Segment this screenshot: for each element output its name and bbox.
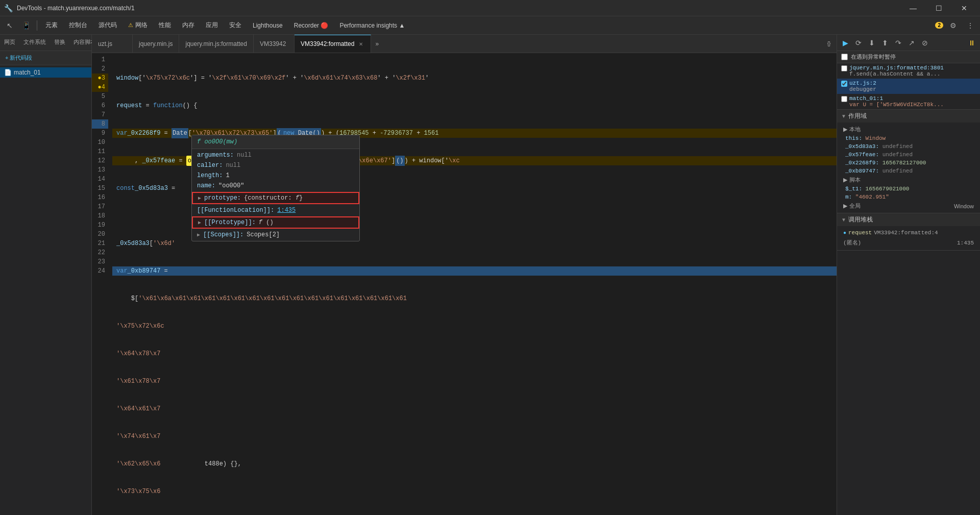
step-over-button[interactable]: ⟳ xyxy=(852,37,865,49)
close-button[interactable]: ✕ xyxy=(952,0,976,16)
tooltip-key-functionlocation: [[FunctionLocation]]: xyxy=(197,207,274,214)
pause-exceptions-checkbox[interactable] xyxy=(841,54,848,60)
scope-header[interactable]: ▼ 作用域 xyxy=(837,110,980,122)
tab-filesystem[interactable]: 文件系统 xyxy=(19,35,50,51)
file-name: match_01 xyxy=(14,69,41,76)
scope-b89747-val: undefined xyxy=(883,168,913,174)
tab-vm33942-formatted[interactable]: VM33942:formatted ✕ xyxy=(295,35,371,53)
tab-close-vm33942[interactable]: ✕ xyxy=(357,41,364,47)
global-scope-label: 全局 xyxy=(849,202,861,210)
step-out-button[interactable]: ⬆ xyxy=(879,37,891,49)
tooltip-row-prototype2[interactable]: ▶ [[Prototype]]: f () xyxy=(192,216,359,229)
maximize-button[interactable]: ☐ xyxy=(927,0,950,16)
tooltip-row-prototype[interactable]: ▶ prototype: {constructor: f} xyxy=(192,192,359,204)
expand-proto2-icon[interactable]: ▶ xyxy=(198,219,201,226)
bp-uzt-checkbox[interactable] xyxy=(841,81,847,87)
menu-lighthouse[interactable]: Lighthouse xyxy=(248,18,288,33)
inspect-element-button[interactable]: ↖ xyxy=(2,18,17,33)
callstack-item-request[interactable]: ● request VM33942:formatted:4 xyxy=(837,228,980,237)
settings-button[interactable]: ⚙ xyxy=(945,18,961,33)
menu-application[interactable]: 应用 xyxy=(201,18,223,33)
line-num-5: 5 xyxy=(92,92,108,101)
tab-jquery-min[interactable]: jquery.min.js xyxy=(133,35,179,53)
menu-console[interactable]: 控制台 xyxy=(64,18,92,33)
pause-button[interactable]: ⏸ xyxy=(966,37,978,49)
bp-jquery-checkbox[interactable] xyxy=(841,65,847,71)
code-line-8: var _0xb89747 = xyxy=(112,266,837,276)
resume-button[interactable]: ▶ xyxy=(839,37,851,49)
line-num-6: 6 xyxy=(92,101,108,110)
menu-recorder[interactable]: Recorder 🔴 xyxy=(289,18,334,33)
breakpoints-button[interactable]: ⊘ xyxy=(919,37,931,49)
file-item-match01[interactable]: 📄 match_01 xyxy=(0,67,91,78)
minimize-button[interactable]: — xyxy=(901,0,925,16)
code-content[interactable]: window['\x75\x72\x6c'] = '\x2f\x61\x70\x… xyxy=(112,53,837,515)
expand-scopes-icon[interactable]: ▶ xyxy=(197,232,200,238)
step-into-button[interactable]: ⬇ xyxy=(866,37,878,49)
bp-item-uzt[interactable]: uzt.js:2 debugger xyxy=(837,79,980,94)
tab-jquery-formatted[interactable]: jquery.min.js:formatted xyxy=(179,35,254,53)
menu-sources[interactable]: 源代码 xyxy=(93,18,122,33)
callstack-header[interactable]: ▼ 调用堆栈 xyxy=(837,213,980,226)
bp-item-jquery[interactable]: jquery.min.js:formatted:3801 f.send(a.ha… xyxy=(837,63,980,79)
tooltip-key-name: name: xyxy=(197,182,215,189)
step-button[interactable]: ↷ xyxy=(892,37,904,49)
line-num-22: 22 xyxy=(92,248,108,257)
tooltip-row-caller[interactable]: caller: null xyxy=(192,160,359,170)
scope-5d83a3-key: _0x5d83a3: xyxy=(845,143,883,150)
menu-network[interactable]: ⚠ 网络 xyxy=(123,18,153,33)
tooltip-row-length[interactable]: length: 1 xyxy=(192,170,359,181)
more-menu-button[interactable]: ⋮ xyxy=(963,18,978,33)
bp-match01-file: match_01:1 xyxy=(849,95,944,102)
global-scope-header[interactable]: ▶ 全局 Window xyxy=(837,201,980,211)
script-scope-arrow: ▶ xyxy=(843,177,847,183)
local-scope-header[interactable]: ▶ 本地 xyxy=(837,125,980,134)
tab-vm33942[interactable]: VM33942 xyxy=(254,35,295,53)
script-scope-header[interactable]: ▶ 脚本 xyxy=(837,175,980,185)
expand-prototype-icon[interactable]: ▶ xyxy=(198,195,201,201)
bp-match01-code: var U = ['W5r5W6VdIHZcT8k... xyxy=(849,102,944,108)
callstack-arrow-icon: ● xyxy=(843,230,846,236)
bp-match01-info: match_01:1 var U = ['W5r5W6VdIHZcT8k... xyxy=(849,95,944,108)
scope-this-val: Window xyxy=(866,135,886,141)
window-title: DevTools - match.yuanrenxue.com/match/1 xyxy=(17,5,135,12)
menubar: ↖ 📱 元素 控制台 源代码 ⚠ 网络 性能 内存 应用 安全 Lighthou… xyxy=(0,16,980,35)
center-panel: uzt.js jquery.min.js jquery.min.js:forma… xyxy=(92,35,837,515)
scope-title: 作用域 xyxy=(848,112,867,120)
tab-uzt-js[interactable]: uzt.js xyxy=(92,35,133,53)
scope-b89747: _0xb89747: undefined xyxy=(837,167,980,175)
bp-match01-checkbox[interactable] xyxy=(841,96,847,102)
tooltip-row-functionlocation[interactable]: [[FunctionLocation]]: 1:435 xyxy=(192,205,359,215)
menu-performance[interactable]: 性能 xyxy=(154,18,176,33)
tab-webpage[interactable]: 网页 xyxy=(0,35,19,51)
device-toolbar-button[interactable]: 📱 xyxy=(18,18,34,33)
line-num-3: ●3 xyxy=(92,73,108,83)
scope-body: ▶ 本地 this: Window _0x5d83a3: undefined xyxy=(837,122,980,213)
menu-elements[interactable]: 元素 xyxy=(40,18,63,33)
line-num-15: 15 xyxy=(92,184,108,193)
editor-format-button[interactable]: {} xyxy=(823,38,835,50)
bp-jquery-code: f.send(a.hasContent && a... xyxy=(849,71,944,77)
callstack-item-anon[interactable]: (匿名) 1:435 xyxy=(837,237,980,248)
scope-5d83a3-val: undefined xyxy=(883,143,913,150)
menu-security[interactable]: 安全 xyxy=(224,18,247,33)
line-num-2: 2 xyxy=(92,64,108,73)
scope-b89747-key: _0xb89747: xyxy=(845,168,883,174)
tooltip-row-scopes[interactable]: ▶ [[Scopes]]: Scopes[2] xyxy=(192,230,359,240)
deactivate-button[interactable]: ↗ xyxy=(905,37,918,49)
tooltip-row-arguments[interactable]: arguments: null xyxy=(192,150,359,160)
tab-overrides[interactable]: 替换 xyxy=(50,35,69,51)
window-controls: — ☐ ✕ xyxy=(901,0,976,16)
add-snippet-button[interactable]: + 新代码段 xyxy=(2,53,35,64)
bp-item-match01[interactable]: match_01:1 var U = ['W5r5W6VdIHZcT8k... xyxy=(837,94,980,109)
code-line-1: window['\x75\x72\x6c'] = '\x2f\x61\x70\x… xyxy=(112,73,837,83)
tooltip-row-name[interactable]: name: "oo0O0" xyxy=(192,181,359,191)
pause-exceptions-label: 在遇到异常时暂停 xyxy=(851,53,896,61)
menu-performance-insights[interactable]: Performance insights ▲ xyxy=(334,18,410,33)
scope-arrow-icon: ▼ xyxy=(841,113,846,119)
menu-memory[interactable]: 内存 xyxy=(177,18,200,33)
editor-tabs-overflow[interactable]: » xyxy=(371,35,383,53)
main-content: 网页 文件系统 替换 内容脚本 代码段 ≫ + 新代码段 📄 match_01 xyxy=(0,35,980,515)
tooltip-val-prototype: {constructor: f} xyxy=(244,194,303,202)
sources-tabs: 网页 文件系统 替换 内容脚本 代码段 ≫ xyxy=(0,35,91,51)
